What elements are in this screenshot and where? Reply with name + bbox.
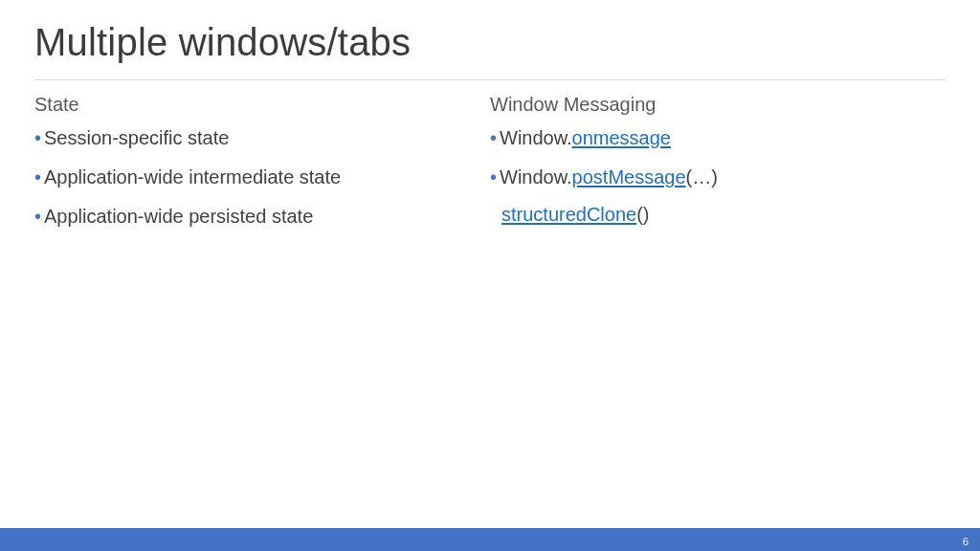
right-heading: Window Messaging [490,94,923,116]
right-column: Window Messaging Window.onmessage Window… [490,94,946,243]
bullet-prefix: Window. [500,166,572,187]
slide-title: Multiple windows/tabs [34,21,946,64]
left-heading: State [34,94,467,116]
extra-line: structuredClone() [490,204,923,226]
bullet-text: Application-wide intermediate state [44,166,341,187]
slide: Multiple windows/tabs State Session-spec… [0,0,980,551]
postmessage-link[interactable]: postMessage [572,166,686,187]
list-item: Window.onmessage [490,125,923,151]
extra-suffix: () [636,204,649,225]
bullet-suffix: (…) [686,166,718,187]
onmessage-link[interactable]: onmessage [572,127,671,148]
page-number: 6 [963,536,969,547]
bullet-text: Session-specific state [44,127,229,148]
list-item: Window.postMessage(…) [490,165,923,190]
right-bullets: Window.onmessage Window.postMessage(…) [490,125,923,190]
bullet-text: Application-wide persisted state [44,206,313,227]
structuredclone-link[interactable]: structuredClone [501,204,636,225]
list-item: Application-wide persisted state [34,204,467,230]
left-column: State Session-specific state Application… [34,94,490,243]
title-divider [34,79,946,80]
left-bullets: Session-specific state Application-wide … [34,125,467,230]
list-item: Application-wide intermediate state [34,165,467,190]
list-item: Session-specific state [34,125,467,151]
footer-bar: 6 [0,528,980,551]
content-columns: State Session-specific state Application… [34,94,946,243]
bullet-prefix: Window. [500,127,572,148]
